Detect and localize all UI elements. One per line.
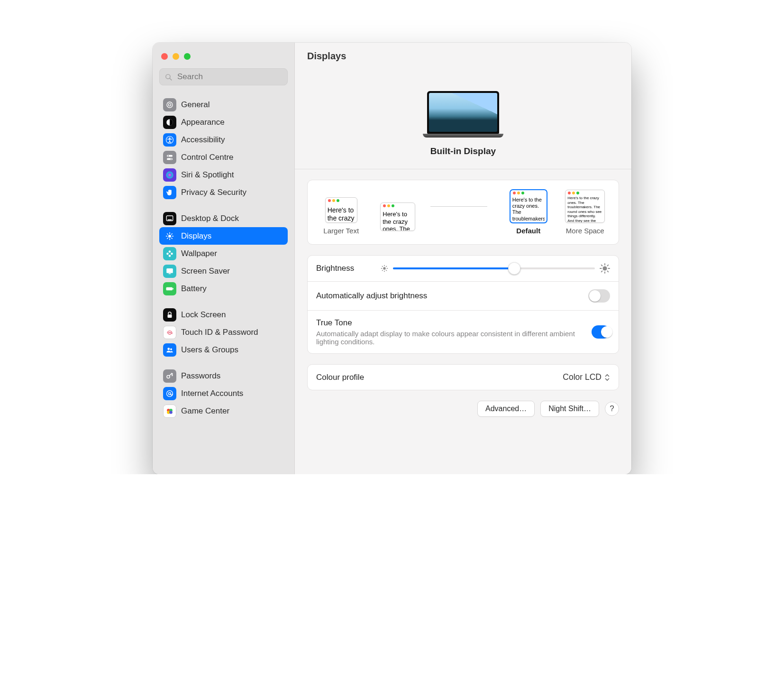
svg-point-9	[168, 155, 169, 156]
resolution-thumb: Here's to the crazy ones. The troublemak…	[325, 197, 357, 223]
people-icon	[163, 343, 176, 357]
sidebar-item-lockscreen[interactable]: Lock Screen	[159, 306, 288, 323]
svg-line-20	[172, 238, 173, 239]
brightness-low-icon	[381, 265, 388, 272]
search-field[interactable]	[176, 72, 283, 82]
display-name: Built-in Display	[430, 146, 496, 156]
svg-point-27	[169, 253, 170, 254]
sidebar-item-screensaver[interactable]: Screen Saver	[159, 262, 288, 280]
svg-point-36	[167, 390, 173, 396]
sidebar-item-label: Internet Accounts	[181, 389, 243, 398]
svg-line-47	[383, 266, 383, 267]
sidebar-item-label: Desktop & Dock	[181, 214, 239, 223]
colour-profile-select[interactable]: Color LCD	[563, 372, 610, 382]
help-button[interactable]: ?	[605, 402, 619, 416]
sidebar-item-label: Lock Screen	[181, 310, 226, 320]
svg-line-21	[167, 238, 168, 239]
brightness-slider[interactable]	[393, 264, 595, 273]
main-pane: Displays Built-in Display Here's to the …	[295, 43, 631, 474]
svg-rect-28	[166, 268, 173, 273]
gamecenter-icon	[163, 405, 176, 418]
svg-line-56	[602, 265, 602, 266]
sidebar-item-label: Passwords	[181, 371, 220, 381]
sidebar-item-siri[interactable]: Siri & Spotlight	[159, 166, 288, 184]
search-input[interactable]	[159, 68, 288, 85]
sidebar-item-label: Privacy & Security	[181, 188, 246, 197]
fingerprint-icon	[163, 326, 176, 339]
svg-rect-7	[167, 155, 173, 156]
resolution-panel: Here's to the crazy ones. The troublemak…	[307, 180, 619, 245]
chevron-updown-icon	[604, 374, 610, 381]
colour-profile-panel: Colour profile Color LCD	[307, 364, 619, 390]
resolution-option-default[interactable]: Here's to the crazy ones. The troublemak…	[504, 190, 553, 235]
page-title: Displays	[295, 43, 631, 70]
zoom-window-button[interactable]	[184, 53, 191, 60]
sidebar-item-battery[interactable]: Battery	[159, 280, 288, 297]
svg-line-58	[602, 271, 602, 272]
resolution-option-medium[interactable]: Here's to the crazy ones. The troublemak…	[374, 202, 422, 235]
footer-actions: Advanced… Night Shift… ?	[307, 401, 619, 417]
true-tone-toggle[interactable]	[592, 325, 610, 339]
brightness-high-icon	[600, 263, 610, 274]
brightness-label: Brightness	[316, 264, 354, 273]
svg-line-1	[170, 78, 172, 80]
search-icon	[164, 73, 173, 81]
sidebar-item-gamecenter[interactable]: Game Center	[159, 402, 288, 420]
true-tone-description: Automatically adapt display to make colo…	[316, 330, 584, 346]
sidebar-item-label: Siri & Spotlight	[181, 170, 234, 180]
sidebar-item-displays[interactable]: Displays	[159, 227, 288, 245]
appearance-icon	[163, 116, 176, 129]
sidebar-item-privacy[interactable]: Privacy & Security	[159, 184, 288, 201]
resolution-thumb: Here's to the crazy ones. The troublemak…	[380, 202, 415, 231]
svg-line-19	[167, 233, 168, 234]
sidebar-item-controlcentre[interactable]: Control Centre	[159, 148, 288, 166]
close-window-button[interactable]	[161, 53, 168, 60]
sidebar-item-label: Appearance	[181, 118, 225, 127]
svg-point-35	[167, 375, 170, 378]
system-settings-window: GeneralAppearanceAccessibilityControl Ce…	[153, 43, 631, 474]
sidebar-item-passwords[interactable]: Passwords	[159, 367, 288, 385]
svg-line-48	[386, 270, 387, 271]
sidebar-item-appearance[interactable]: Appearance	[159, 113, 288, 131]
svg-point-25	[166, 252, 169, 255]
night-shift-button[interactable]: Night Shift…	[540, 401, 599, 417]
key-icon	[163, 369, 176, 383]
svg-point-41	[169, 411, 173, 414]
resolution-option-label: Default	[516, 227, 540, 235]
sidebar-item-desktop[interactable]: Desktop & Dock	[159, 210, 288, 227]
resolution-divider	[430, 206, 487, 207]
resolution-option-larger[interactable]: Here's to the crazy ones. The troublemak…	[317, 197, 365, 235]
auto-brightness-toggle[interactable]	[588, 289, 610, 303]
sidebar-item-touchid[interactable]: Touch ID & Password	[159, 323, 288, 341]
siri-icon	[163, 168, 176, 182]
svg-line-22	[172, 233, 173, 234]
sidebar-item-accessibility[interactable]: Accessibility	[159, 131, 288, 148]
advanced-button[interactable]: Advanced…	[477, 401, 535, 417]
sidebar-item-wallpaper[interactable]: Wallpaper	[159, 245, 288, 262]
sidebar-item-label: Screen Saver	[181, 267, 230, 276]
sidebar-item-label: Users & Groups	[181, 345, 238, 355]
switches-icon	[163, 151, 176, 164]
sidebar-item-label: Game Center	[181, 406, 229, 416]
sidebar-item-internet[interactable]: Internet Accounts	[159, 385, 288, 402]
minimize-window-button[interactable]	[173, 53, 179, 60]
resolution-thumb: Here's to the crazy ones. The troublemak…	[565, 190, 605, 223]
svg-point-26	[171, 252, 173, 255]
svg-rect-31	[173, 288, 173, 289]
lock-icon	[163, 308, 176, 322]
svg-rect-32	[168, 314, 172, 318]
resolution-thumb: Here's to the crazy ones. The troublemak…	[510, 190, 547, 223]
brightness-icon	[163, 230, 176, 243]
svg-point-33	[167, 348, 170, 350]
sidebar-item-label: Wallpaper	[181, 249, 217, 258]
svg-line-59	[608, 265, 609, 266]
sidebar-item-general[interactable]: General	[159, 96, 288, 113]
resolution-option-more[interactable]: Here's to the crazy ones. The troublemak…	[561, 190, 610, 235]
svg-line-49	[383, 270, 383, 271]
svg-rect-30	[166, 287, 173, 290]
svg-line-57	[608, 271, 609, 272]
sidebar-item-users[interactable]: Users & Groups	[159, 341, 288, 359]
svg-rect-13	[168, 219, 172, 220]
gear-icon	[163, 98, 176, 111]
question-icon: ?	[610, 404, 614, 414]
